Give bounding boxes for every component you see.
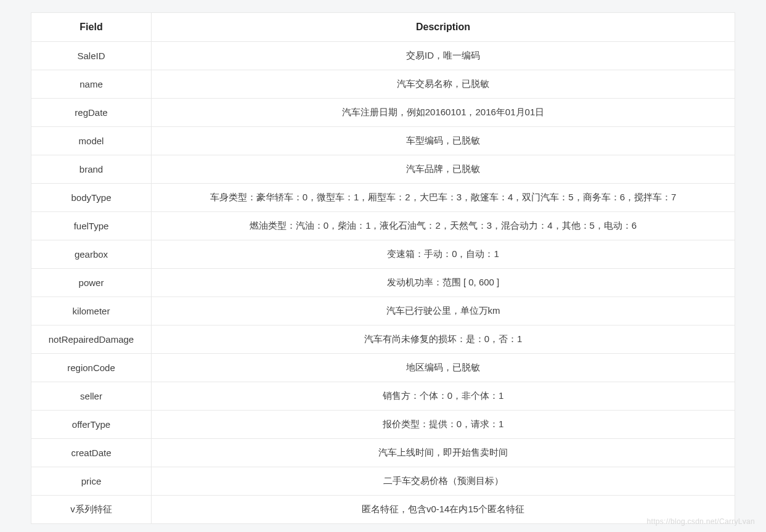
description-cell: 车身类型：豪华轿车：0，微型车：1，厢型车：2，大巴车：3，敞篷车：4，双门汽车… — [152, 184, 735, 212]
field-cell: creatDate — [31, 439, 152, 467]
description-cell: 汽车注册日期，例如20160101，2016年01月01日 — [152, 99, 735, 127]
field-cell: price — [31, 467, 152, 496]
table-row: fuelType燃油类型：汽油：0，柴油：1，液化石油气：2，天然气：3，混合动… — [31, 212, 735, 240]
field-cell: model — [31, 127, 152, 155]
table-body: SaleID交易ID，唯一编码name汽车交易名称，已脱敏regDate汽车注册… — [31, 42, 735, 524]
table-row: model车型编码，已脱敏 — [31, 127, 735, 155]
field-cell: bodyType — [31, 184, 152, 212]
description-cell: 地区编码，已脱敏 — [152, 354, 735, 382]
table-row: regionCode地区编码，已脱敏 — [31, 354, 735, 382]
description-cell: 二手车交易价格（预测目标） — [152, 467, 735, 496]
table-row: offerType报价类型：提供：0，请求：1 — [31, 411, 735, 439]
description-cell: 交易ID，唯一编码 — [152, 42, 735, 70]
table-row: v系列特征匿名特征，包含v0-14在内15个匿名特征 — [31, 496, 735, 524]
field-description-table-container: Field Description SaleID交易ID，唯一编码name汽车交… — [31, 12, 735, 524]
field-cell: fuelType — [31, 212, 152, 240]
description-cell: 车型编码，已脱敏 — [152, 127, 735, 155]
field-cell: regionCode — [31, 354, 152, 382]
table-row: price二手车交易价格（预测目标） — [31, 467, 735, 496]
description-cell: 汽车有尚未修复的损坏：是：0，否：1 — [152, 325, 735, 354]
field-cell: brand — [31, 155, 152, 184]
description-cell: 发动机功率：范围 [ 0, 600 ] — [152, 269, 735, 297]
field-cell: kilometer — [31, 297, 152, 325]
field-cell: seller — [31, 382, 152, 411]
table-row: power发动机功率：范围 [ 0, 600 ] — [31, 269, 735, 297]
table-row: gearbox变速箱：手动：0，自动：1 — [31, 240, 735, 269]
description-cell: 销售方：个体：0，非个体：1 — [152, 382, 735, 411]
field-cell: gearbox — [31, 240, 152, 269]
description-cell: 报价类型：提供：0，请求：1 — [152, 411, 735, 439]
field-cell: regDate — [31, 99, 152, 127]
description-cell: 汽车品牌，已脱敏 — [152, 155, 735, 184]
description-cell: 汽车已行驶公里，单位万km — [152, 297, 735, 325]
table-row: creatDate汽车上线时间，即开始售卖时间 — [31, 439, 735, 467]
description-cell: 燃油类型：汽油：0，柴油：1，液化石油气：2，天然气：3，混合动力：4，其他：5… — [152, 212, 735, 240]
description-cell: 汽车上线时间，即开始售卖时间 — [152, 439, 735, 467]
table-row: seller销售方：个体：0，非个体：1 — [31, 382, 735, 411]
field-cell: offerType — [31, 411, 152, 439]
table-row: brand汽车品牌，已脱敏 — [31, 155, 735, 184]
field-cell: SaleID — [31, 42, 152, 70]
table-row: regDate汽车注册日期，例如20160101，2016年01月01日 — [31, 99, 735, 127]
header-description: Description — [152, 13, 735, 42]
table-row: kilometer汽车已行驶公里，单位万km — [31, 297, 735, 325]
field-description-table: Field Description SaleID交易ID，唯一编码name汽车交… — [31, 12, 735, 524]
table-row: SaleID交易ID，唯一编码 — [31, 42, 735, 70]
field-cell: notRepairedDamage — [31, 325, 152, 354]
table-row: name汽车交易名称，已脱敏 — [31, 70, 735, 99]
header-field: Field — [31, 13, 152, 42]
description-cell: 变速箱：手动：0，自动：1 — [152, 240, 735, 269]
description-cell: 汽车交易名称，已脱敏 — [152, 70, 735, 99]
table-row: notRepairedDamage汽车有尚未修复的损坏：是：0，否：1 — [31, 325, 735, 354]
table-header-row: Field Description — [31, 13, 735, 42]
table-row: bodyType车身类型：豪华轿车：0，微型车：1，厢型车：2，大巴车：3，敞篷… — [31, 184, 735, 212]
description-cell: 匿名特征，包含v0-14在内15个匿名特征 — [152, 496, 735, 524]
field-cell: name — [31, 70, 152, 99]
field-cell: v系列特征 — [31, 496, 152, 524]
field-cell: power — [31, 269, 152, 297]
